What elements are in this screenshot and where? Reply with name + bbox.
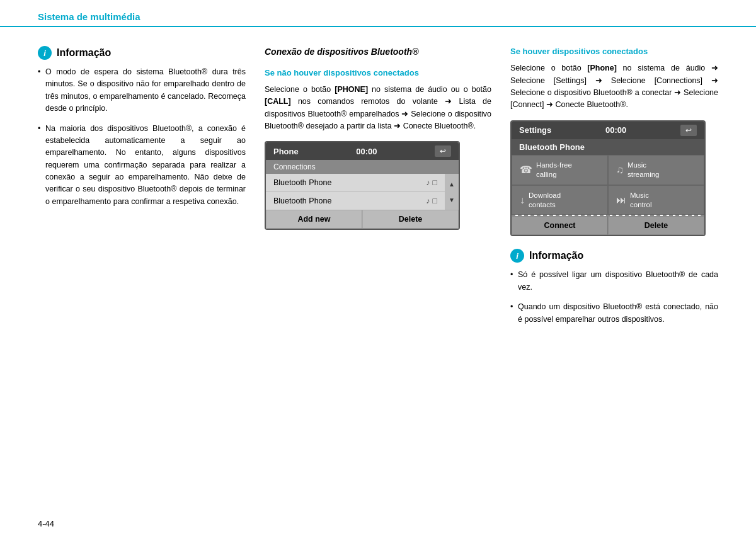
hands-free-label: Hands-freecalling [536, 161, 572, 179]
bt-ui-back-button[interactable]: ↩ [680, 125, 697, 136]
info-right-bullet-2: Quando um dispositivo Bluetooth® está co… [510, 301, 718, 326]
scroll-down-arrow[interactable]: ▼ [449, 196, 455, 203]
music-note-icon: ♪ [426, 178, 430, 187]
bt-ui-title: Settings [519, 125, 551, 135]
delete-button-phone[interactable]: Delete [362, 210, 459, 229]
bt-ui-header: Settings 00:00 ↩ [512, 122, 704, 139]
info-bullets-left: O modo de espera do sistema Bluetooth® d… [38, 66, 246, 215]
phone-ui-back-button[interactable]: ↩ [435, 145, 451, 157]
bt-ui-download-contacts-cell: ↓ Downloadcontacts [512, 185, 608, 215]
phone-ui-header: Phone 00:00 ↩ [266, 142, 459, 160]
phone-ui-list: Bluetooth Phone ♪ □ Bluetooth Phone ♪ □ [266, 174, 445, 210]
info-bullet-2: Na maioria dos dispositivos Bluetooth®, … [38, 123, 246, 208]
bt-ui-music-control-cell: ⏭ Musiccontrol [608, 185, 704, 215]
info-bullet-1: O modo de espera do sistema Bluetooth® d… [38, 66, 246, 115]
info-box-left: i Informação O modo de espera do sistema… [38, 46, 246, 215]
bt-ui-mockup: Settings 00:00 ↩ Bluetooth Phone ☎ Hands… [510, 120, 706, 237]
music-note-icon-2: ♪ [426, 196, 430, 205]
bt-ui-device-name: Bluetooth Phone [512, 139, 704, 155]
mid-text-no-devices: Selecione o botão [PHONE] no sistema de … [265, 84, 491, 133]
music-control-label: Musiccontrol [630, 191, 652, 210]
right-text-with-devices: Selecione o botão [Phone] no sistema de … [510, 62, 718, 111]
phone-ui-mockup: Phone 00:00 ↩ Connections Bluetooth Phon… [265, 141, 460, 230]
connect-button[interactable]: Connect [512, 216, 608, 235]
music-control-icon: ⏭ [616, 195, 626, 206]
bt-ui-time: 00:00 [605, 125, 626, 135]
phone-item-2-icons: ♪ □ [426, 196, 437, 205]
mid-subheading-no-devices: Se não houver dispositivos conectados [265, 67, 491, 79]
phone-ui-list-item-1[interactable]: Bluetooth Phone ♪ □ [266, 174, 445, 192]
music-streaming-icon: ♫ [616, 164, 624, 176]
main-content: i Informação O modo de espera do sistema… [0, 27, 756, 365]
bt-ui-footer: Connect Delete [512, 215, 704, 235]
delete-button-bt[interactable]: Delete [608, 216, 704, 235]
info-header-right: i Informação [510, 249, 718, 263]
phone-ui-title: Phone [273, 147, 299, 156]
download-contacts-icon: ↓ [520, 195, 525, 206]
info-box-right: i Informação Só é possível ligar um disp… [510, 249, 718, 333]
phone-ui-list-wrapper: Bluetooth Phone ♪ □ Bluetooth Phone ♪ □ [266, 174, 459, 210]
hands-free-icon: ☎ [520, 164, 532, 176]
info-right-bullet-1: Só é possível ligar um dispositivo Bluet… [510, 269, 718, 293]
page-number: 4-44 [38, 519, 54, 528]
info-title-left: Informação [57, 47, 111, 59]
info-icon-right: i [510, 249, 524, 263]
info-bullets-right: Só é possível ligar um dispositivo Bluet… [510, 269, 718, 333]
mid-section-heading: Conexão de dispositivos Bluetooth® [265, 46, 491, 59]
info-title-right: Informação [529, 250, 583, 261]
phone-icon: □ [432, 178, 437, 187]
phone-icon-2: □ [432, 196, 437, 205]
phone-item-1-icons: ♪ □ [426, 178, 437, 187]
music-streaming-label: Musicstreaming [627, 161, 660, 179]
middle-column: Conexão de dispositivos Bluetooth® Se nã… [265, 46, 491, 346]
scroll-arrows[interactable]: ▲ ▼ [445, 174, 459, 210]
phone-item-2-text: Bluetooth Phone [273, 196, 331, 205]
bt-ui-music-streaming-cell: ♫ Musicstreaming [608, 155, 704, 185]
phone-ui-subheader: Connections [266, 160, 459, 174]
phone-ui-list-item-2[interactable]: Bluetooth Phone ♪ □ [266, 192, 445, 210]
bt-ui-icons-grid: ☎ Hands-freecalling ♫ Musicstreaming ↓ D… [512, 155, 704, 215]
right-column: Se houver dispositivos conectados Seleci… [510, 46, 718, 346]
phone-ui-footer: Add new Delete [266, 210, 459, 229]
info-icon-left: i [38, 46, 52, 60]
header-title: Sistema de multimédia [38, 11, 140, 26]
scroll-up-arrow[interactable]: ▲ [449, 181, 455, 188]
bt-ui-hands-free-cell: ☎ Hands-freecalling [512, 155, 608, 185]
info-header-left: i Informação [38, 46, 246, 60]
phone-item-1-text: Bluetooth Phone [273, 178, 331, 187]
download-contacts-label: Downloadcontacts [529, 191, 561, 210]
page-header: Sistema de multimédia [0, 0, 756, 27]
left-column: i Informação O modo de espera do sistema… [38, 46, 246, 346]
right-subheading-with-devices: Se houver dispositivos conectados [510, 46, 718, 57]
phone-ui-time: 00:00 [356, 147, 377, 156]
add-new-button[interactable]: Add new [266, 210, 362, 229]
